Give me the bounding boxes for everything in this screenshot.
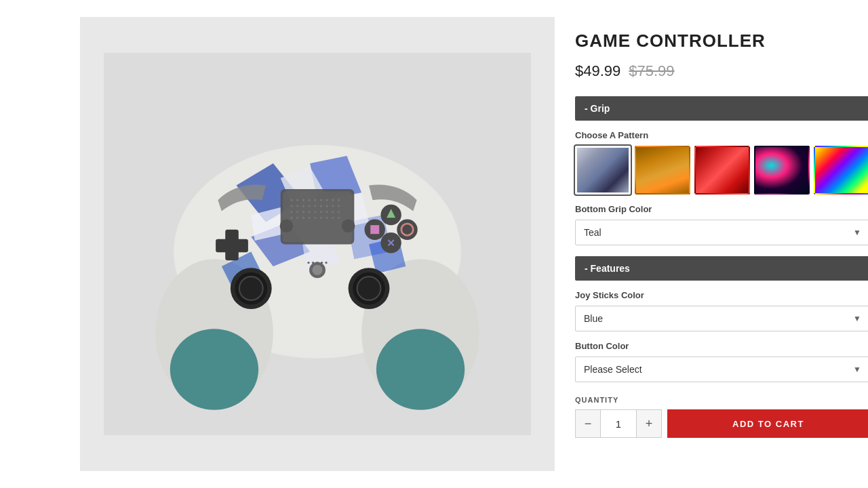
quantity-minus-button[interactable]: − [575,409,601,438]
quantity-plus-button[interactable]: + [636,409,662,438]
price-row: $49.99 $75.99 [575,62,868,80]
svg-point-4 [170,329,258,409]
bottom-grip-color-select[interactable]: Teal Black White Red Blue [575,220,868,245]
grip-section-header: - Grip [575,96,868,121]
svg-point-24 [290,211,292,213]
svg-point-74 [307,262,309,264]
svg-point-35 [320,211,322,213]
joystick-color-label: Joy Sticks Color [575,290,868,300]
svg-text:✕: ✕ [387,237,395,248]
joystick-color-select[interactable]: Blue Black White Red Green [575,306,868,331]
svg-point-34 [314,211,316,213]
bottom-grip-color-select-wrapper: Teal Black White Red Blue ▼ [575,220,868,245]
quantity-label: QUANTITY [575,396,868,404]
pattern-label: Choose A Pattern [575,130,868,140]
svg-rect-69 [370,225,379,234]
quantity-row: − + ADD TO CART [575,409,868,438]
svg-point-64 [397,219,417,239]
svg-point-49 [314,216,316,218]
product-title: GAME CONTROLLER [575,30,868,52]
svg-point-26 [302,211,304,213]
svg-point-32 [320,205,322,207]
svg-point-71 [342,219,355,232]
pattern-thumb-4[interactable] [754,146,810,195]
svg-rect-17 [283,191,352,242]
product-image-panel: ✕ [80,17,555,471]
svg-point-46 [296,216,298,218]
svg-point-21 [290,205,292,207]
features-section: - Features Joy Sticks Color Blue Black W… [575,256,868,382]
price-original: $75.99 [629,62,674,80]
svg-point-41 [338,205,340,207]
pattern-thumb-5[interactable] [814,146,868,195]
pattern-thumb-1[interactable] [575,146,631,195]
svg-point-43 [332,211,334,213]
svg-point-5 [376,329,465,409]
svg-point-29 [320,199,322,201]
bottom-grip-color-label: Bottom Grip Color [575,204,868,214]
svg-point-70 [280,219,294,232]
pattern-row [575,146,868,195]
joystick-color-select-wrapper: Blue Black White Red Green ▼ [575,306,868,331]
svg-point-18 [290,199,292,201]
svg-point-44 [338,211,340,213]
svg-point-37 [332,199,334,201]
svg-point-22 [296,205,298,207]
svg-point-50 [320,216,322,218]
pattern-thumb-2[interactable] [635,146,690,195]
svg-point-40 [332,205,334,207]
svg-point-47 [302,216,304,218]
svg-point-25 [296,211,298,213]
svg-point-36 [326,199,328,201]
add-to-cart-button[interactable]: ADD TO CART [667,409,868,438]
svg-point-19 [296,199,298,201]
svg-point-23 [302,205,304,207]
svg-rect-55 [216,239,248,252]
svg-point-27 [308,199,310,201]
svg-point-30 [308,205,310,207]
grip-section: - Grip Choose A Pattern Bottom Grip Colo… [575,96,868,245]
svg-point-33 [308,211,310,213]
svg-point-61 [357,277,381,300]
svg-point-76 [316,262,318,264]
svg-point-39 [326,205,328,207]
svg-point-38 [338,199,340,201]
svg-point-58 [239,277,263,300]
pattern-thumb-3[interactable] [694,146,750,195]
button-color-select-wrapper: Please Select Black White Red Blue Green… [575,357,868,382]
svg-point-77 [321,262,323,264]
svg-point-45 [290,216,292,218]
quantity-input[interactable] [601,409,636,438]
quantity-section: QUANTITY − + ADD TO CART [575,396,868,438]
page-container: ✕ GAME CONTROLLER $49.99 $75 [0,0,868,488]
product-panel: GAME CONTROLLER $49.99 $75.99 - Grip Cho… [555,0,868,458]
price-current: $49.99 [575,62,620,80]
svg-point-53 [338,216,340,218]
svg-point-52 [332,216,334,218]
svg-point-51 [326,216,328,218]
button-color-label: Button Color [575,341,868,351]
svg-point-20 [302,199,304,201]
svg-point-48 [308,216,310,218]
svg-point-42 [326,211,328,213]
svg-point-28 [314,199,316,201]
svg-point-31 [314,205,316,207]
svg-point-75 [312,262,314,264]
button-color-select[interactable]: Please Select Black White Red Blue Green [575,357,868,382]
svg-point-78 [325,262,327,264]
features-section-header: - Features [575,256,868,281]
svg-point-73 [312,264,322,274]
